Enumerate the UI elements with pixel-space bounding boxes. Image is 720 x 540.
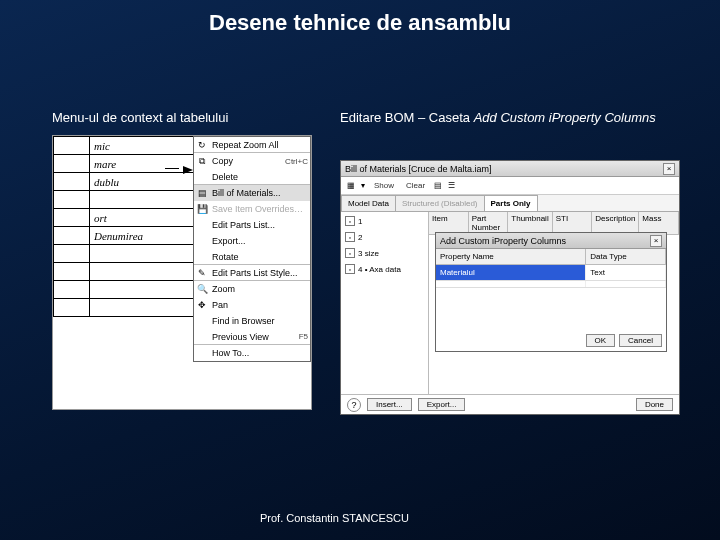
data-type-cell[interactable]: Text <box>586 265 666 280</box>
menu-shortcut: Ctrl+C <box>285 157 308 166</box>
tree-label: 4 • Axa data <box>358 265 401 274</box>
tree-item[interactable]: ▫4 • Axa data <box>345 264 424 274</box>
context-menu-item[interactable]: Delete <box>194 169 310 185</box>
context-menu-item[interactable]: Edit Parts List... <box>194 217 310 233</box>
bom-window-title: Bill of Materials [Cruce de Malta.iam] <box>345 164 492 174</box>
caption-right-a: Editare BOM – Caseta <box>340 110 474 125</box>
context-menu-screenshot: micmaredubluortDenumirea ↻Repeat Zoom Al… <box>52 135 312 410</box>
menu-icon <box>196 315 208 327</box>
part-icon: ▫ <box>345 232 355 242</box>
tree-label: 2 <box>358 233 362 242</box>
col-property-name: Property Name <box>436 249 586 264</box>
menu-shortcut: F5 <box>299 332 308 341</box>
caption-right: Editare BOM – Caseta Add Custom iPropert… <box>340 110 680 127</box>
close-icon[interactable]: × <box>663 163 675 175</box>
add-iproperty-dialog: Add Custom iProperty Columns × Property … <box>435 232 667 352</box>
menu-icon: ✎ <box>196 267 208 279</box>
column-header[interactable]: Mass <box>639 212 679 234</box>
done-button[interactable]: Done <box>636 398 673 411</box>
data-type-cell[interactable] <box>586 281 666 287</box>
caption-left: Menu-ul de context al tabelului <box>52 110 228 125</box>
context-menu-item[interactable]: ⧉CopyCtrl+C <box>194 153 310 169</box>
tree-item[interactable]: ▫2 <box>345 232 424 242</box>
menu-label: Repeat Zoom All <box>212 140 304 150</box>
menu-label: Edit Parts List Style... <box>212 268 304 278</box>
close-icon[interactable]: × <box>650 235 662 247</box>
grid-icon[interactable]: ▦ <box>347 181 355 190</box>
menu-label: Delete <box>212 172 304 182</box>
context-menu-item[interactable]: ✥Pan <box>194 297 310 313</box>
bom-tree[interactable]: ▫1▫2▫3 size▫4 • Axa data <box>341 212 429 394</box>
property-name-cell[interactable]: Materialul <box>436 265 586 280</box>
column-header[interactable]: Description <box>592 212 639 234</box>
menu-icon: ▤ <box>196 187 208 199</box>
tree-item[interactable]: ▫3 size <box>345 248 424 258</box>
menu-label: Bill of Materials... <box>212 188 304 198</box>
menu-icon <box>196 235 208 247</box>
menu-label: Pan <box>212 300 304 310</box>
dialog-titlebar: Add Custom iProperty Columns × <box>436 233 666 249</box>
menu-icon <box>196 219 208 231</box>
context-menu-item[interactable]: How To... <box>194 345 310 361</box>
menu-label: Copy <box>212 156 281 166</box>
clear-button[interactable]: Clear <box>403 180 428 191</box>
part-icon: ▫ <box>345 264 355 274</box>
tree-label: 1 <box>358 217 362 226</box>
column-header[interactable]: STI <box>553 212 593 234</box>
context-menu-item[interactable]: Rotate <box>194 249 310 265</box>
column-header[interactable]: Part Number <box>469 212 509 234</box>
bom-titlebar: Bill of Materials [Cruce de Malta.iam] × <box>341 161 679 177</box>
menu-icon <box>196 171 208 183</box>
toolbar-icon[interactable]: ▾ <box>361 181 365 190</box>
slide-footer: Prof. Constantin STANCESCU <box>260 512 409 524</box>
show-button[interactable]: Show <box>371 180 397 191</box>
bom-content: ItemPart NumberThumbnailSTIDescriptionMa… <box>429 212 679 394</box>
tab[interactable]: Parts Only <box>484 195 538 211</box>
menu-label: Previous View <box>212 332 295 342</box>
property-name-cell[interactable] <box>436 281 586 287</box>
menu-label: Edit Parts List... <box>212 220 304 230</box>
slide-title: Desene tehnice de ansamblu <box>0 0 720 36</box>
context-menu[interactable]: ↻Repeat Zoom All⧉CopyCtrl+CDelete▤Bill o… <box>193 136 311 362</box>
property-row[interactable]: MaterialulText <box>436 265 666 281</box>
part-icon: ▫ <box>345 216 355 226</box>
menu-icon: ↻ <box>196 139 208 151</box>
col-data-type: Data Type <box>586 249 666 264</box>
menu-icon: ⧉ <box>196 155 208 167</box>
ok-button[interactable]: OK <box>586 334 616 347</box>
property-row[interactable] <box>436 281 666 288</box>
cursor-arrow-icon <box>171 164 193 176</box>
bom-toolbar: ▦ ▾ Show Clear ▤ ☰ <box>341 177 679 195</box>
menu-label: Find in Browser <box>212 316 304 326</box>
context-menu-item[interactable]: ✎Edit Parts List Style... <box>194 265 310 281</box>
cancel-button[interactable]: Cancel <box>619 334 662 347</box>
part-icon: ▫ <box>345 248 355 258</box>
context-menu-item[interactable]: 🔍Zoom <box>194 281 310 297</box>
help-icon[interactable]: ? <box>347 398 361 412</box>
caption-right-b: Add Custom iProperty Columns <box>474 110 656 125</box>
tab[interactable]: Structured (Disabled) <box>395 195 485 211</box>
column-header[interactable]: Item <box>429 212 469 234</box>
context-menu-item[interactable]: ↻Repeat Zoom All <box>194 137 310 153</box>
context-menu-item[interactable]: Previous ViewF5 <box>194 329 310 345</box>
context-menu-item[interactable]: Find in Browser <box>194 313 310 329</box>
bom-window: Bill of Materials [Cruce de Malta.iam] ×… <box>340 160 680 415</box>
tree-label: 3 size <box>358 249 379 258</box>
menu-icon: 🔍 <box>196 283 208 295</box>
menu-icon <box>196 331 208 343</box>
bom-tabs: Model DataStructured (Disabled)Parts Onl… <box>341 195 679 212</box>
menu-icon: 💾 <box>196 203 208 215</box>
context-menu-item[interactable]: Export... <box>194 233 310 249</box>
insert-button[interactable]: Insert... <box>367 398 412 411</box>
toolbar-icon[interactable]: ☰ <box>448 181 455 190</box>
context-menu-item[interactable]: ▤Bill of Materials... <box>194 185 310 201</box>
menu-label: Save Item Overrides to BOM <box>212 204 304 214</box>
tab[interactable]: Model Data <box>341 195 396 211</box>
tree-item[interactable]: ▫1 <box>345 216 424 226</box>
toolbar-icon[interactable]: ▤ <box>434 181 442 190</box>
menu-label: Export... <box>212 236 304 246</box>
context-menu-item: 💾Save Item Overrides to BOM <box>194 201 310 217</box>
export-button[interactable]: Export... <box>418 398 466 411</box>
column-header[interactable]: Thumbnail <box>508 212 552 234</box>
bom-bottombar: ? Insert... Export... Done <box>341 394 679 414</box>
